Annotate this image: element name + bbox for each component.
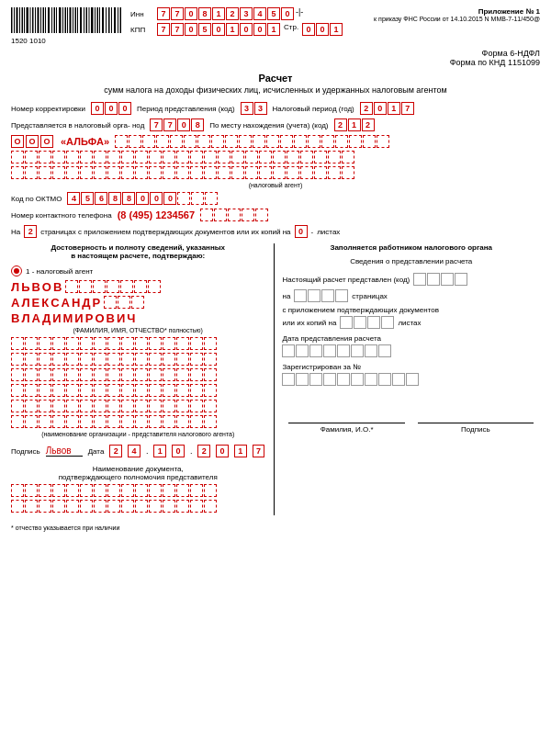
right-title: Заполняется работником налогового органа — [282, 243, 540, 252]
inn-label: Инн — [130, 10, 153, 18]
tax-organ-cells: 7 7 0 8 — [150, 118, 204, 131]
appendix-ref: к приказу ФНС России от 14.10.2015 N ММВ… — [374, 16, 540, 22]
svg-rect-2 — [17, 7, 18, 33]
left-dot-row5 — [11, 400, 264, 412]
person-hint: (ФАМИЛИЯ, ИМЯ, ОТЧЕСТВО* полностью) — [11, 327, 264, 333]
form-line2: Форма по КНД 1151099 — [11, 58, 540, 67]
phone-value: (8 (495) 1234567 — [118, 209, 195, 220]
svg-rect-18 — [59, 7, 62, 33]
svg-rect-21 — [67, 7, 68, 33]
period-label: Период представления (код) — [137, 105, 235, 113]
appendix-title: Приложение № 1 — [374, 7, 540, 16]
doc-name-label: Наименование документа, — [11, 465, 264, 473]
date-label: Дата — [88, 447, 105, 456]
presented-label: Настоящий расчет представлен (код) — [282, 276, 410, 284]
fio-podpis-row: Фамилия, И.О.* Подпись — [282, 423, 540, 434]
agent-hint: (налоговый агент) — [11, 182, 540, 188]
location-label: По месту нахождения (учета) (код) — [209, 121, 328, 130]
svg-rect-7 — [30, 7, 31, 33]
registered-cells — [282, 373, 419, 386]
svg-rect-23 — [73, 7, 73, 33]
correction-label: Номер корректировки — [11, 105, 85, 113]
svg-rect-37 — [111, 7, 112, 33]
podpis-col: Подпись — [418, 423, 534, 434]
svg-rect-27 — [84, 7, 84, 33]
svg-rect-22 — [70, 7, 72, 33]
firstname-row: А Л Е К С А Н Д Р — [11, 296, 264, 310]
svg-rect-13 — [45, 7, 46, 33]
location-cells: 2 1 2 — [334, 118, 375, 131]
sign-row: Подпись Львов Дата 2 4 . 1 0 . 2 0 1 7 — [11, 445, 264, 457]
svg-rect-10 — [38, 7, 39, 33]
doc-name-section: Наименование документа, подтверждающего … — [11, 465, 264, 513]
sign-value: Львов — [46, 446, 83, 457]
svg-rect-14 — [48, 7, 50, 33]
svg-rect-6 — [27, 7, 29, 33]
kpp-label: КПП — [130, 26, 153, 34]
svg-rect-26 — [80, 7, 82, 33]
svg-rect-36 — [108, 7, 110, 33]
org-extra-cells — [115, 135, 389, 148]
date-label-right: Дата представления расчета — [282, 334, 381, 343]
svg-rect-32 — [97, 7, 99, 33]
svg-rect-20 — [65, 7, 67, 33]
svg-rect-1 — [14, 7, 15, 33]
form-line1: Форма 6-НДФЛ — [11, 49, 540, 58]
svg-rect-8 — [32, 7, 34, 33]
svg-rect-0 — [11, 7, 13, 33]
svg-rect-24 — [75, 7, 77, 33]
svg-rect-39 — [118, 7, 118, 33]
date-cells — [282, 344, 391, 357]
tax-year-label: Налоговый период (год) — [273, 105, 354, 113]
radio-agent[interactable] — [11, 265, 22, 276]
left-dot-row3 — [11, 368, 264, 381]
right-subtitle: Сведения о представлении расчета — [282, 257, 540, 265]
left-dot-row4 — [11, 384, 264, 397]
lastname-row: Л Ь В О В — [11, 280, 264, 294]
svg-rect-15 — [51, 7, 52, 33]
svg-rect-31 — [95, 7, 96, 33]
org-rep-hint: (наименование организации - представител… — [11, 431, 264, 437]
pages-label: на — [282, 292, 290, 300]
registered-label: Зарегистрирован за № — [282, 363, 360, 371]
left-dot-row2 — [11, 353, 264, 366]
svg-rect-29 — [89, 7, 90, 33]
svg-rect-34 — [102, 7, 104, 33]
patronymic-row: В Л А Д И М И Р О В И Ч — [11, 311, 264, 325]
subtitle: сумм налога на доходы физических лиц, ис… — [11, 85, 540, 95]
copies-suffix: листах — [398, 319, 421, 327]
fio-col: Фамилия, И.О.* — [288, 423, 404, 434]
svg-rect-28 — [86, 7, 88, 33]
podpis-label: Подпись — [461, 425, 490, 434]
pages-na-label: На — [11, 228, 20, 236]
pages-post-label: листах — [317, 228, 340, 236]
tax-year-cells: 2 0 1 7 — [360, 102, 414, 115]
svg-rect-3 — [19, 7, 20, 33]
correction-cells: 0 0 0 — [91, 102, 131, 115]
copies-cells — [340, 316, 394, 329]
copies-label: или их копий на — [282, 319, 336, 327]
svg-rect-25 — [77, 7, 78, 33]
kpp-cells: 7 7 0 5 0 1 0 0 1 Стр. 0 0 1 — [157, 23, 343, 36]
period-cells: 3 3 — [241, 102, 267, 115]
pages-mid-label: страницах с приложением подтверждающих д… — [40, 228, 290, 236]
inn-cells: 7 7 0 8 1 2 3 4 5 0 -|- — [157, 7, 304, 20]
tax-organ-label: Представляется в налоговый орга- нод — [11, 121, 144, 130]
svg-rect-35 — [106, 7, 107, 33]
svg-rect-38 — [114, 7, 116, 33]
svg-rect-11 — [40, 7, 41, 33]
left-dot-row6 — [11, 415, 264, 428]
svg-rect-30 — [91, 7, 94, 33]
pages-cells-label: страницах — [352, 292, 387, 300]
sign-label: Подпись — [11, 447, 40, 456]
left-dot-row1 — [11, 337, 264, 350]
confirm-title: Достоверность и полноту сведений, указан… — [11, 243, 264, 260]
svg-rect-19 — [62, 7, 63, 33]
docs-label: с приложением подтверждающих документов — [282, 306, 438, 314]
svg-rect-4 — [22, 7, 24, 33]
main-title: Расчет — [11, 73, 540, 84]
svg-rect-33 — [99, 7, 100, 33]
oktmo-cells: 4 5 6 8 8 0 0 0 — [67, 192, 218, 205]
dotted-row-2 — [11, 166, 540, 179]
pages-row: На 2 страницах с приложением подтверждаю… — [11, 225, 540, 238]
